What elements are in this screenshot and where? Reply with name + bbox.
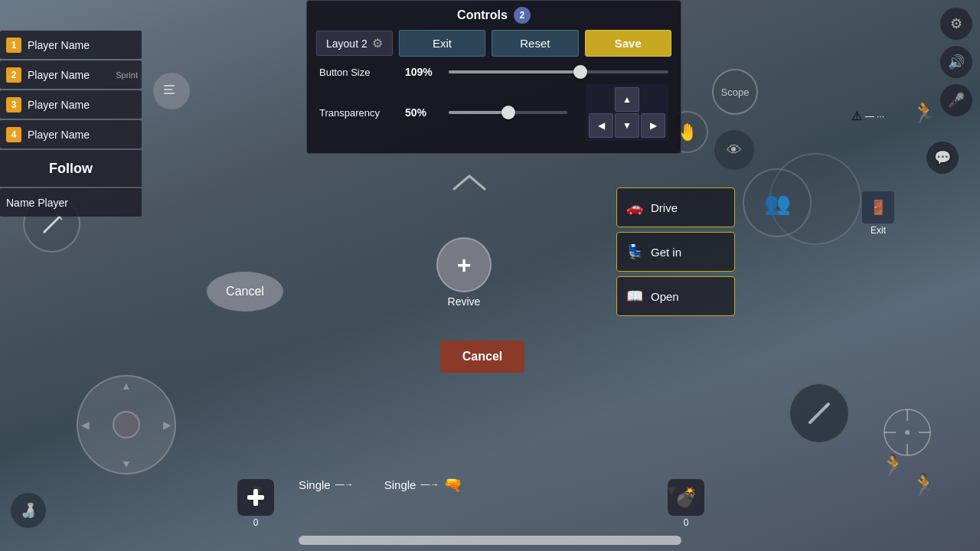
- message-icon: 💬: [926, 142, 959, 174]
- reset-button[interactable]: Reset: [492, 30, 578, 57]
- svg-rect-0: [164, 85, 175, 86]
- follow-button[interactable]: Follow: [0, 150, 142, 187]
- view-circle[interactable]: 👁: [714, 130, 754, 170]
- player-item-2[interactable]: 2 Player Name Sprint: [0, 60, 142, 89]
- layout-button[interactable]: Layout 2 ⚙: [316, 31, 393, 56]
- cancel-center-label: Cancel: [462, 350, 502, 364]
- player-panel: 1 Player Name 2 Player Name Sprint 3 Pla…: [0, 31, 142, 218]
- player-name-2: Player Name: [28, 69, 90, 81]
- arrow-down-button[interactable]: ▼: [615, 113, 639, 138]
- exit-button[interactable]: Exit: [399, 30, 485, 57]
- scope-label: Scope: [721, 86, 750, 98]
- transparency-thumb[interactable]: [501, 106, 515, 119]
- weapon-arrows-1: —→: [335, 479, 354, 490]
- arrow-up-button[interactable]: ▲: [615, 87, 639, 112]
- warning-text: — ···: [865, 111, 884, 122]
- warning-icon: ⚠: [851, 109, 862, 123]
- gear-icon: ⚙: [372, 36, 383, 51]
- joystick-outer[interactable]: ▲ ▼ ◀ ▶: [77, 375, 176, 474]
- cancel-left-label: Cancel: [226, 285, 264, 298]
- joystick-up: ▲: [121, 380, 132, 392]
- panel-collapse-button[interactable]: [450, 170, 488, 197]
- open-button[interactable]: 📖 Open: [616, 276, 735, 316]
- revive-plus-icon: +: [457, 251, 472, 279]
- drive-label: Drive: [651, 201, 678, 214]
- button-size-row: Button Size 109%: [307, 63, 681, 81]
- grenade-count: 0: [684, 517, 689, 528]
- people-button[interactable]: 👥: [743, 168, 812, 237]
- health-count: 0: [253, 517, 259, 528]
- eye-icon: 👁: [727, 142, 742, 159]
- cancel-button-center[interactable]: Cancel: [440, 341, 524, 373]
- scope-button[interactable]: Scope: [712, 69, 758, 115]
- name-player-text: Name Player: [6, 197, 68, 209]
- weapon-label-1: Single: [299, 478, 331, 491]
- health-pack[interactable]: 0: [237, 479, 274, 528]
- player-number-4: 4: [6, 127, 21, 142]
- weapons-bottom: Single —→ Single —→ 🔫: [299, 475, 462, 494]
- weapon-label-2: Single: [384, 478, 416, 491]
- grenade-pack[interactable]: 💣 0: [668, 479, 704, 528]
- mic-button[interactable]: 🎤: [940, 84, 972, 116]
- sound-icon: 🔊: [948, 54, 965, 70]
- view-button[interactable]: 👁: [714, 130, 754, 170]
- joystick-down: ▼: [121, 458, 132, 470]
- exit-right-button[interactable]: 🚪: [862, 191, 894, 223]
- run-icon-1[interactable]: 🏃: [911, 99, 938, 125]
- crosshair[interactable]: [880, 406, 934, 459]
- transparency-value: 50%: [405, 106, 439, 119]
- settings-button[interactable]: ⚙: [940, 8, 972, 40]
- player-item-3[interactable]: 3 Player Name: [0, 90, 142, 119]
- get-in-button[interactable]: 💺 Get in: [616, 232, 735, 272]
- transparency-slider[interactable]: [449, 111, 567, 114]
- controls-panel: Controls 2 Layout 2 ⚙ Exit Reset Save Bu…: [306, 0, 681, 154]
- arrow-cluster: ▲ ◀ ▼ ▶: [586, 84, 668, 141]
- player-name-1: Player Name: [28, 39, 90, 51]
- knife-button[interactable]: [789, 383, 850, 444]
- message-button[interactable]: 💬: [926, 142, 959, 174]
- health-icon[interactable]: [237, 479, 274, 516]
- layout-label: Layout 2: [326, 37, 368, 50]
- transparency-row: Transparency 50% ▲ ◀ ▼ ▶: [307, 81, 681, 144]
- joystick-area[interactable]: ▲ ▼ ◀ ▶: [77, 375, 176, 474]
- cancel-button-left[interactable]: Cancel: [207, 272, 283, 311]
- get-in-icon: 💺: [626, 243, 643, 260]
- arrow-left-button[interactable]: ◀: [589, 113, 613, 138]
- weapon-slot-2[interactable]: Single —→ 🔫: [384, 475, 463, 494]
- revive-label: Revive: [448, 295, 481, 308]
- controls-header: Controls 2: [307, 1, 681, 30]
- arrow-right-button[interactable]: ▶: [641, 113, 665, 138]
- sprint-icon[interactable]: [153, 73, 190, 109]
- action-buttons: 🚗 Drive 💺 Get in 📖 Open: [616, 187, 735, 316]
- svg-rect-1: [164, 89, 172, 90]
- player-name-4: Player Name: [28, 129, 90, 141]
- people-icon: 👥: [743, 168, 812, 237]
- sound-button[interactable]: 🔊: [940, 46, 972, 78]
- controls-toolbar: Layout 2 ⚙ Exit Reset Save: [307, 30, 681, 63]
- player-name-3: Player Name: [28, 99, 90, 111]
- get-in-label: Get in: [651, 246, 681, 259]
- settings-icon: ⚙: [950, 15, 962, 32]
- svg-point-12: [905, 430, 910, 435]
- save-button[interactable]: Save: [585, 30, 671, 57]
- weapon-arrows-2: —→: [420, 479, 439, 490]
- player-item-4[interactable]: 4 Player Name: [0, 120, 142, 148]
- item-bottle-icon: 🍶: [11, 493, 46, 528]
- weapon-slot-1[interactable]: Single —→: [299, 478, 354, 491]
- revive-area: + Revive: [436, 237, 492, 308]
- revive-button[interactable]: +: [436, 237, 492, 292]
- joystick-left: ◀: [81, 419, 90, 431]
- run-icon-3[interactable]: 🏃: [911, 472, 938, 497]
- sprint-label: Sprint: [116, 70, 138, 80]
- button-size-slider[interactable]: [449, 70, 668, 73]
- bottom-bar: [299, 536, 681, 545]
- grenade-icon[interactable]: 💣: [668, 479, 704, 516]
- drive-button[interactable]: 🚗 Drive: [616, 187, 735, 227]
- item-bottle-button[interactable]: 🍶: [11, 493, 46, 528]
- right-icons: ⚙ 🔊 🎤: [940, 8, 972, 116]
- button-size-fill: [449, 70, 580, 73]
- player-item-1[interactable]: 1 Player Name: [0, 31, 142, 59]
- sprint-area[interactable]: [153, 73, 190, 109]
- button-size-thumb[interactable]: [573, 65, 587, 79]
- scope-circle[interactable]: Scope: [712, 69, 758, 115]
